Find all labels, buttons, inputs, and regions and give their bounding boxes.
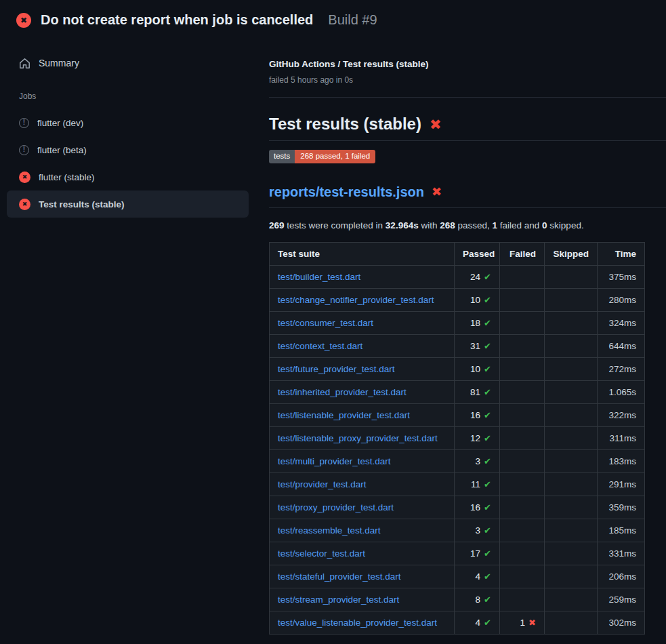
jobs-section-label: Jobs xyxy=(19,92,269,101)
passed-value: 11 xyxy=(471,479,480,490)
test-suite-link[interactable]: test/future_provider_test.dart xyxy=(278,364,395,374)
total-count: 269 xyxy=(269,220,285,230)
passed-value: 81 xyxy=(470,386,480,398)
check-icon: ✔ xyxy=(484,296,491,304)
tests-badge: tests 268 passed, 1 failed xyxy=(269,150,375,163)
sidebar-job-item[interactable]: ! ✖ Test results (stable) xyxy=(7,190,249,218)
passed-cell: 4 ✔ xyxy=(476,571,491,582)
time-value: 183ms xyxy=(598,449,645,472)
run-build-number: Build #9 xyxy=(328,12,377,28)
run-header: ✖ Do not create report when job is cance… xyxy=(0,0,666,39)
check-icon: ✔ xyxy=(484,434,491,443)
test-suite-link[interactable]: test/inherited_provider_test.dart xyxy=(278,387,407,397)
jobs-sidebar: Summary Jobs ! ✖ flutter (dev) ! ✖ flutt… xyxy=(0,39,269,218)
check-icon: ✔ xyxy=(484,319,491,327)
passed-cell: 17 ✔ xyxy=(470,548,491,559)
sidebar-jobs-list: ! ✖ flutter (dev) ! ✖ flutter (beta) ! ✖… xyxy=(0,109,269,218)
test-suite-link[interactable]: test/consumer_test.dart xyxy=(278,318,373,328)
time-value: 291ms xyxy=(598,472,645,496)
test-suite-link[interactable]: test/listenable_provider_test.dart xyxy=(278,410,410,420)
cross-icon: ✖ xyxy=(528,618,536,627)
sidebar-job-label: flutter (beta) xyxy=(37,145,87,155)
col-failed: Failed xyxy=(500,242,545,265)
test-suite-link[interactable]: test/selector_test.dart xyxy=(278,548,365,559)
results-summary-text: 269 tests were completed in 32.964s with… xyxy=(269,220,666,232)
test-results-table: Test suite Passed Failed Skipped Time te… xyxy=(269,242,645,635)
check-icon: ✔ xyxy=(484,572,491,581)
table-row: test/inherited_provider_test.dart 81 ✔ ✖… xyxy=(270,380,645,403)
test-suite-link[interactable]: test/proxy_provider_test.dart xyxy=(278,502,394,512)
table-row: test/reassemble_test.dart 3 ✔ ✖ 185ms xyxy=(270,519,645,542)
table-row: test/value_listenable_provider_test.dart… xyxy=(270,611,645,634)
check-icon: ✔ xyxy=(484,273,491,281)
passed-value: 3 xyxy=(476,525,481,536)
passed-value: 17 xyxy=(470,548,480,559)
badge-value: 268 passed, 1 failed xyxy=(295,150,375,163)
failed-count: 1 xyxy=(493,220,498,230)
passed-value: 16 xyxy=(470,409,480,421)
breadcrumb: GitHub Actions / Test results (stable) xyxy=(269,58,666,71)
test-suite-link[interactable]: test/value_listenable_provider_test.dart xyxy=(278,618,437,628)
time-value: 280ms xyxy=(598,288,645,311)
table-row: test/provider_test.dart 11 ✔ ✖ 291ms xyxy=(270,472,645,496)
time-value: 644ms xyxy=(598,334,645,357)
table-row: test/context_test.dart 31 ✔ ✖ 644ms xyxy=(270,334,645,357)
time-value: 331ms xyxy=(598,542,645,565)
job-failed-icon: ✖ xyxy=(19,172,30,183)
table-row: test/listenable_proxy_provider_test.dart… xyxy=(270,426,645,449)
passed-cell: 3 ✔ xyxy=(476,456,491,467)
time-value: 259ms xyxy=(598,588,645,611)
sidebar-item-summary[interactable]: Summary xyxy=(7,49,249,77)
test-suite-link[interactable]: test/stream_provider_test.dart xyxy=(278,595,399,605)
table-row: test/proxy_provider_test.dart 16 ✔ ✖ 359… xyxy=(270,496,645,519)
passed-value: 31 xyxy=(470,340,480,352)
test-suite-link[interactable]: test/context_test.dart xyxy=(278,341,362,351)
col-time: Time xyxy=(598,242,645,265)
test-suite-link[interactable]: test/provider_test.dart xyxy=(278,479,367,489)
check-icon: ✔ xyxy=(484,457,491,466)
check-icon: ✔ xyxy=(484,549,491,558)
sidebar-job-item[interactable]: ! ✖ flutter (stable) xyxy=(7,163,249,190)
passed-cell: 81 ✔ xyxy=(470,386,491,398)
check-icon: ✔ xyxy=(484,365,491,374)
passed-value: 8 xyxy=(476,594,481,605)
passed-cell: 12 ✔ xyxy=(470,432,491,444)
check-icon: ✔ xyxy=(484,618,491,627)
col-passed: Passed xyxy=(455,242,500,265)
table-row: test/selector_test.dart 17 ✔ ✖ 331ms xyxy=(270,542,645,565)
passed-value: 24 xyxy=(470,271,480,283)
passed-value: 4 xyxy=(476,617,481,628)
report-file-link[interactable]: reports/test-results.json xyxy=(269,184,424,201)
passed-cell: 3 ✔ xyxy=(476,525,491,536)
cross-mark-icon: ✖ xyxy=(430,117,442,132)
sidebar-job-item[interactable]: ! ✖ flutter (dev) xyxy=(7,109,249,136)
test-suite-link[interactable]: test/builder_test.dart xyxy=(278,272,360,282)
run-status-text: failed 5 hours ago in 0s xyxy=(269,75,666,85)
report-heading-row: reports/test-results.json ✖ xyxy=(269,184,666,208)
table-row: test/future_provider_test.dart 10 ✔ ✖ 27… xyxy=(270,357,645,380)
time-value: 375ms xyxy=(598,265,645,288)
test-suite-link[interactable]: test/listenable_proxy_provider_test.dart xyxy=(278,433,438,443)
job-neutral-icon: ! xyxy=(19,145,29,155)
duration-value: 32.964s xyxy=(386,220,419,230)
passed-cell: 16 ✔ xyxy=(470,409,491,421)
passed-cell: 8 ✔ xyxy=(476,594,491,605)
passed-value: 3 xyxy=(476,456,481,467)
table-row: test/stateful_provider_test.dart 4 ✔ ✖ 2… xyxy=(270,565,645,588)
passed-cell: 16 ✔ xyxy=(470,502,491,513)
run-title: Do not create report when job is cancell… xyxy=(41,12,313,28)
passed-cell: 11 ✔ xyxy=(471,479,491,490)
table-row: test/consumer_test.dart 18 ✔ ✖ 324ms xyxy=(270,311,645,334)
time-value: 324ms xyxy=(598,311,645,334)
test-suite-link[interactable]: test/stateful_provider_test.dart xyxy=(278,571,401,582)
home-icon xyxy=(19,58,30,69)
sidebar-job-item[interactable]: ! ✖ flutter (beta) xyxy=(7,136,249,163)
cross-mark-icon: ✖ xyxy=(432,186,442,198)
test-suite-link[interactable]: test/multi_provider_test.dart xyxy=(278,456,391,466)
check-icon: ✔ xyxy=(484,503,491,512)
badge-label: tests xyxy=(269,150,295,163)
test-suite-link[interactable]: test/change_notifier_provider_test.dart xyxy=(278,295,434,305)
test-suite-link[interactable]: test/reassemble_test.dart xyxy=(278,525,381,536)
passed-value: 12 xyxy=(470,432,480,444)
passed-cell: 18 ✔ xyxy=(470,317,491,329)
